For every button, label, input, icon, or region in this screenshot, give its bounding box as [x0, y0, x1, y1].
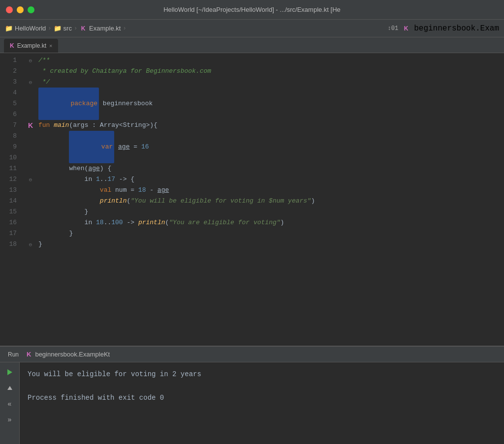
breadcrumb-label-helloworld: HelloWorld	[15, 25, 46, 32]
code-token	[38, 196, 100, 207]
breadcrumb-helloworld[interactable]: 📁 HelloWorld	[5, 25, 46, 32]
breadcrumb-src[interactable]: 📁 src	[54, 25, 72, 32]
breadcrumb-example-kt[interactable]: K Example.kt	[79, 25, 121, 32]
line-num-6: 6	[0, 109, 21, 120]
binary-icon: ↕01	[388, 25, 399, 32]
run-config-label: beginnersbook.ExampleKt	[35, 351, 110, 358]
line-num-3: 3	[0, 77, 21, 88]
run-up-button[interactable]	[4, 382, 16, 394]
gutter-18[interactable]: ⊖	[25, 239, 36, 250]
gutter: ⊖ ⊖ K ⊖ ⊖	[25, 53, 36, 346]
gutter-15	[25, 207, 36, 217]
code-token: age	[118, 142, 129, 152]
code-line-3: */	[36, 77, 504, 88]
var-keyword-highlight: var	[69, 131, 114, 163]
fold-icon-1[interactable]: ⊖	[29, 58, 32, 64]
maximize-button[interactable]	[28, 6, 34, 13]
minimize-button[interactable]	[17, 6, 24, 13]
fold-icon-12[interactable]: ⊖	[29, 177, 32, 183]
fold-icon-3[interactable]: ⊖	[29, 79, 32, 86]
run-kotlin-icon: K	[27, 351, 31, 358]
code-token: beginnersbook	[99, 98, 153, 109]
breadcrumb-sep-3: ›	[123, 25, 126, 32]
gutter-9	[25, 142, 36, 152]
code-line-6	[36, 109, 504, 120]
breadcrumb-sep-1: ›	[48, 25, 51, 32]
run-tab[interactable]: Run	[4, 347, 23, 362]
breadcrumb-label-example: Example.kt	[89, 25, 121, 32]
breadcrumb-right: ↕01 K beginnersbook.Exam	[388, 24, 499, 33]
run-panel: Run K beginnersbook.ExampleKt « » You	[0, 346, 504, 444]
run-play-button[interactable]	[4, 366, 16, 378]
gutter-16	[25, 217, 36, 228]
gutter-12[interactable]: ⊖	[25, 174, 36, 185]
gutter-13	[25, 185, 36, 196]
gutter-5	[25, 98, 36, 109]
gutter-3[interactable]: ⊖	[25, 77, 36, 88]
code-token: */	[38, 77, 50, 88]
gutter-1[interactable]: ⊖	[25, 55, 36, 66]
kotlin-icon-7: K	[28, 121, 33, 129]
run-output-text-1: You will be eligible for voting in 2 yea…	[28, 368, 201, 380]
code-token: }	[38, 207, 88, 217]
code-token: val	[100, 185, 111, 196]
breadcrumb-label-src: src	[63, 25, 72, 32]
close-button[interactable]	[6, 6, 13, 13]
line-num-8: 8	[0, 131, 21, 142]
title-bar: HelloWorld [~/IdeaProjects/HelloWorld] -…	[0, 0, 504, 20]
code-content[interactable]: /** * created by Chaitanya for Beginners…	[36, 53, 504, 346]
line-num-10: 10	[0, 152, 21, 163]
code-line-5: package beginnersbook	[36, 98, 504, 109]
gutter-4	[25, 88, 36, 98]
code-token: main	[54, 120, 69, 131]
tab-example-kt[interactable]: K Example.kt ×	[4, 39, 58, 53]
code-line-13: val num = 18 - age	[36, 185, 504, 196]
run-output-line-3: Process finished with exit code 0	[28, 392, 496, 404]
run-output-text-2	[28, 380, 32, 392]
run-next-button[interactable]: »	[4, 414, 16, 425]
breadcrumb-sep-2: ›	[74, 25, 77, 32]
code-line-4	[36, 88, 504, 98]
line-num-15: 15	[0, 207, 21, 217]
tab-label: Example.kt	[17, 42, 46, 49]
code-token	[38, 142, 69, 152]
svg-marker-1	[7, 386, 12, 390]
code-token: "You are eligible for voting"	[169, 217, 280, 228]
line-num-17: 17	[0, 228, 21, 239]
line-num-12: 12	[0, 174, 21, 185]
tab-kotlin-icon: K	[10, 42, 14, 49]
code-token: 17	[107, 174, 115, 185]
code-line-2: * created by Chaitanya for Beginnersbook…	[36, 66, 504, 77]
line-numbers: 1 2 3 4 5 6 7 8 9 10 11 12 13 14 15 16 1…	[0, 53, 25, 346]
run-tab-bar: Run K beginnersbook.ExampleKt	[0, 347, 504, 362]
code-token: * created by Chaitanya for Beginnersbook…	[38, 66, 211, 77]
code-token	[114, 142, 118, 152]
line-num-1: 1	[0, 55, 21, 66]
line-num-11: 11	[0, 163, 21, 174]
run-output-text-3: Process finished with exit code 0	[28, 392, 164, 404]
code-token: println	[138, 217, 165, 228]
code-token: (args : Array<String>){	[69, 120, 157, 131]
code-line-12: in 1 .. 17 -> {	[36, 174, 504, 185]
code-token: package	[70, 100, 97, 107]
gutter-10	[25, 152, 36, 163]
gutter-11	[25, 163, 36, 174]
code-token: 1	[96, 174, 100, 185]
code-token: fun	[38, 120, 54, 131]
tab-close-button[interactable]: ×	[49, 43, 52, 49]
breadcrumb-bar: 📁 HelloWorld › 📁 src › K Example.kt › ↕0…	[0, 20, 504, 37]
line-num-16: 16	[0, 217, 21, 228]
run-tab-label: Run	[8, 351, 19, 358]
fold-icon-18[interactable]: ⊖	[29, 241, 32, 248]
line-num-2: 2	[0, 66, 21, 77]
run-prev-button[interactable]: «	[4, 398, 16, 410]
line-num-9: 9	[0, 142, 21, 152]
play-icon	[6, 368, 14, 376]
code-token: (	[126, 196, 130, 207]
code-token: 18	[138, 185, 146, 196]
tab-bar: K Example.kt ×	[0, 37, 504, 53]
run-output: You will be eligible for voting in 2 yea…	[20, 362, 504, 444]
code-line-14: println ( "You will be eligible for voti…	[36, 196, 504, 207]
line-num-13: 13	[0, 185, 21, 196]
gutter-14	[25, 196, 36, 207]
